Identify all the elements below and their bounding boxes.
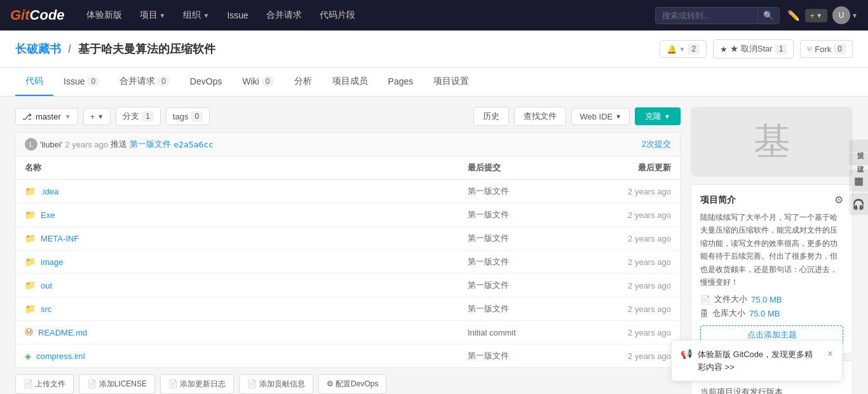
- tab-code[interactable]: 代码: [15, 68, 53, 96]
- tab-members[interactable]: 项目成员: [322, 68, 378, 96]
- file-table-header: 名称 最后提交 最后更新: [16, 156, 680, 180]
- table-row: 📁 Exe 第一版文件 2 years ago: [16, 203, 680, 227]
- popup-icon: 📢: [681, 348, 693, 360]
- col-commit: 最后提交: [468, 162, 595, 173]
- file-date: 2 years ago: [595, 187, 671, 196]
- find-file-btn[interactable]: 查找文件: [514, 107, 566, 126]
- branch-dropdown-icon: ▼: [65, 113, 71, 120]
- tab-settings[interactable]: 项目设置: [423, 68, 479, 96]
- bottom-action-btn[interactable]: 📄 添加贡献信息: [239, 374, 313, 394]
- tab-analysis[interactable]: 分析: [284, 68, 322, 96]
- tab-pages[interactable]: Pages: [378, 69, 424, 95]
- right-feedback: 反馈 建议 ▦ 🎧: [849, 140, 868, 215]
- star-icon: ★: [720, 44, 728, 54]
- nav-avatar-arrow: ▼: [851, 12, 858, 19]
- file-name-text: .idea: [41, 187, 58, 196]
- headset-icon[interactable]: 🎧: [849, 193, 868, 215]
- nav-plus-btn[interactable]: + ▼: [805, 9, 828, 22]
- suggest-btn[interactable]: 建议: [849, 153, 868, 166]
- fork-button[interactable]: ⑂ Fork 0: [800, 40, 853, 58]
- commit-count[interactable]: 2次提交: [642, 139, 671, 150]
- nav-avatar[interactable]: U: [832, 6, 850, 24]
- file-date: 2 years ago: [595, 351, 671, 361]
- close-icon[interactable]: ×: [827, 348, 833, 360]
- file-name[interactable]: 📁 src: [25, 304, 468, 314]
- bottom-action-btn[interactable]: 📄 添加LICENSE: [79, 374, 155, 394]
- brand-logo[interactable]: GitCode: [10, 7, 65, 24]
- file-name[interactable]: 📁 META-INF: [25, 233, 468, 243]
- file-commit: 第一版文件: [468, 350, 595, 362]
- file-size-row: 📄 文件大小 75.0 MB: [700, 294, 843, 305]
- clone-btn[interactable]: 克隆 ▼: [635, 107, 681, 125]
- file-name[interactable]: 📁 image: [25, 257, 468, 267]
- branch-num: 1: [142, 111, 154, 121]
- feedback-btn[interactable]: 反馈: [849, 140, 868, 153]
- nav-search-box: 🔍: [655, 7, 780, 24]
- qrcode-icon[interactable]: ▦: [849, 170, 868, 192]
- nav-item-project[interactable]: 项目▼: [131, 0, 175, 31]
- file-name-text: README.md: [38, 328, 87, 337]
- webide-btn[interactable]: Web IDE ▼: [571, 108, 630, 125]
- webide-label: Web IDE: [580, 112, 613, 121]
- file-icon: Ⓜ: [25, 327, 33, 338]
- tab-wiki[interactable]: Wiki 0: [232, 69, 283, 95]
- file-date: 2 years ago: [595, 210, 671, 220]
- commit-author: 'liubei': [40, 140, 62, 149]
- table-row: 📁 image 第一版文件 2 years ago: [16, 250, 680, 274]
- tab-merge-request[interactable]: 合并请求 0: [109, 68, 180, 96]
- folder-icon: 📁: [25, 304, 36, 314]
- webide-dropdown-icon: ▼: [615, 113, 621, 120]
- bell-icon: 🔔: [667, 44, 677, 54]
- file-size-value[interactable]: 75.0 MB: [751, 295, 782, 304]
- repo-main: ⎇ master ▼ + ▼ 分支 1 tags 0 历史 查找文件 Web I…: [15, 107, 681, 394]
- bottom-action-btn[interactable]: ⚙ 配置DevOps: [318, 374, 387, 394]
- file-name[interactable]: ◈ compress.iml: [25, 351, 468, 361]
- breadcrumb: 长破藏书 / 基于哈夫曼算法的压缩软件: [15, 41, 215, 57]
- nav-item-snippet[interactable]: 代码片段: [311, 0, 364, 31]
- file-name[interactable]: 📁 Exe: [25, 210, 468, 220]
- tab-issue[interactable]: Issue 0: [53, 69, 109, 95]
- breadcrumb-repo: 基于哈夫曼算法的压缩软件: [78, 43, 215, 55]
- nav-item-org[interactable]: 组织▼: [174, 0, 218, 31]
- project-intro-title: 项目简介: [700, 194, 736, 206]
- nav-item-merge[interactable]: 合并请求: [257, 0, 311, 31]
- commit-msg-link[interactable]: 第一版文件: [130, 139, 171, 150]
- file-table: 名称 最后提交 最后更新 📁 .idea 第一版文件 2 years ago 📁…: [15, 156, 681, 368]
- table-row: 📁 .idea 第一版文件 2 years ago: [16, 180, 680, 203]
- gear-icon[interactable]: ⚙: [834, 194, 843, 206]
- brand-git: Git: [10, 7, 30, 24]
- repo-size-row: 🗄 仓库大小 75.0 MB: [700, 308, 843, 319]
- history-btn[interactable]: 历史: [473, 107, 509, 126]
- file-rows: 📁 .idea 第一版文件 2 years ago 📁 Exe 第一版文件 2 …: [16, 180, 680, 367]
- commit-hash-link[interactable]: e2a5a6cc: [173, 140, 214, 149]
- search-button[interactable]: 🔍: [757, 8, 779, 24]
- popup-text: 体验新版 GitCode，发现更多精彩内容 >>: [698, 350, 813, 372]
- breadcrumb-owner[interactable]: 长破藏书: [15, 43, 61, 55]
- file-name[interactable]: 📁 .idea: [25, 186, 468, 196]
- bottom-action-btn[interactable]: 📄 上传文件: [15, 374, 74, 394]
- file-name[interactable]: 📁 out: [25, 280, 468, 290]
- bottom-action-btn[interactable]: 📄 添加更新日志: [160, 374, 234, 394]
- watch-button[interactable]: 🔔 ▼ 2: [660, 40, 707, 58]
- nav-item-issue[interactable]: Issue: [218, 0, 257, 31]
- file-name[interactable]: Ⓜ README.md: [25, 327, 468, 338]
- commit-action: 推送: [111, 139, 127, 150]
- nav-item-experience[interactable]: 体验新版: [78, 0, 131, 31]
- folder-icon: 📁: [25, 280, 36, 290]
- tags-btn[interactable]: tags 0: [166, 107, 210, 125]
- search-input[interactable]: [656, 8, 757, 24]
- add-file-btn[interactable]: + ▼: [83, 108, 111, 125]
- star-count: 1: [775, 44, 787, 54]
- tab-devops[interactable]: DevOps: [180, 69, 233, 95]
- file-date: 2 years ago: [595, 328, 671, 337]
- release-empty: 当前项目没有发行版本: [700, 386, 843, 394]
- nav-edit-icon[interactable]: ✏️: [787, 10, 800, 22]
- branch-select[interactable]: ⎇ master ▼: [15, 108, 78, 125]
- star-button[interactable]: ★ ★ 取消Star 1: [713, 39, 794, 58]
- branch-count-btn[interactable]: 分支 1: [116, 107, 161, 126]
- fork-count: 0: [834, 44, 846, 54]
- clone-label: 克隆: [645, 111, 661, 122]
- repo-size-value[interactable]: 75.0 MB: [749, 309, 780, 318]
- author-avatar: L: [25, 138, 37, 151]
- file-name-text: src: [41, 304, 51, 314]
